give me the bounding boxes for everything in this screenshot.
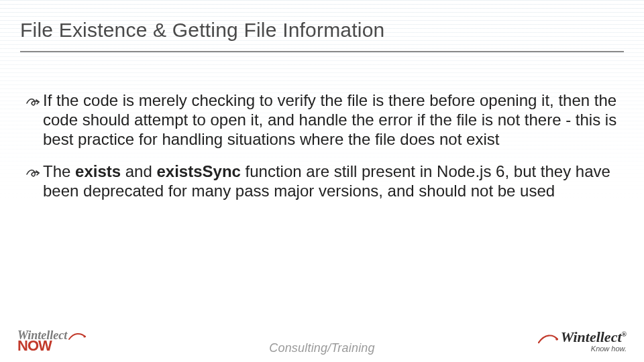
bullet-text: The exists and existsSync function are s… xyxy=(43,162,619,201)
content-area: If the code is merely checking to verify… xyxy=(0,52,644,201)
logo-right-brand-text: Wintellect xyxy=(561,328,622,345)
bullet-bold: existsSync xyxy=(156,162,240,180)
logo-left-line2: NOW xyxy=(17,339,86,353)
bullet-text-segment: and xyxy=(121,162,156,180)
svg-point-1 xyxy=(555,338,558,341)
bullet-text: If the code is merely checking to verify… xyxy=(43,91,619,149)
logo-right-tagline: Know how. xyxy=(591,345,627,353)
footer: Wintellect NOW Wintellect® Know how. xyxy=(0,324,644,362)
slide-title: File Existence & Getting File Informatio… xyxy=(20,19,624,42)
title-area: File Existence & Getting File Informatio… xyxy=(0,0,644,47)
logo-wintellect-now: Wintellect NOW xyxy=(17,330,86,353)
curly-arrow-icon xyxy=(25,94,42,110)
curly-arrow-icon xyxy=(25,165,42,181)
svg-point-0 xyxy=(84,336,86,338)
logo-right-brand: Wintellect® xyxy=(561,330,627,345)
bullet-bold: exists xyxy=(75,162,121,180)
bullet-item: If the code is merely checking to verify… xyxy=(25,91,619,149)
bullet-text-segment: The xyxy=(43,162,75,180)
bullet-item: The exists and existsSync function are s… xyxy=(25,162,619,201)
logo-wintellect: Wintellect® Know how. xyxy=(538,330,627,353)
swoosh-icon xyxy=(538,333,558,345)
slide: File Existence & Getting File Informatio… xyxy=(0,0,644,362)
registered-mark: ® xyxy=(622,330,627,338)
